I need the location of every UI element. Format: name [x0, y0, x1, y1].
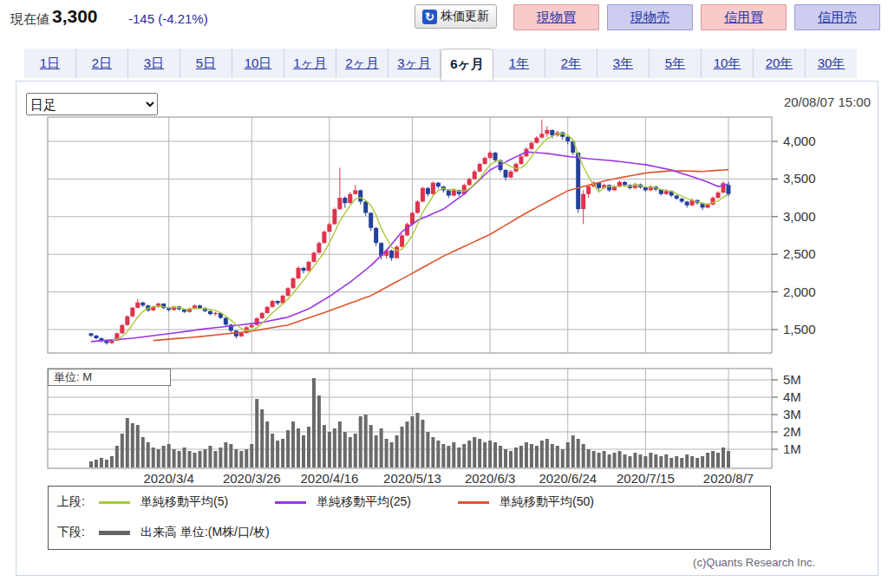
- volume-legend-item: 出来高 単位:(M株/口/枚): [140, 525, 270, 540]
- current-price: 3,300: [52, 6, 98, 27]
- spot-sell-button[interactable]: 現物売: [607, 4, 693, 30]
- ma5-swatch: [99, 501, 130, 504]
- ma5-legend-item: 単純移動平均(5): [140, 494, 228, 510]
- period-tabstrip: 1日2日3日5日10日1ヶ月2ヶ月3ヶ月6ヶ月1年2年3年5年10年20年30年: [24, 49, 857, 78]
- spot-sell-button-label: 現物売: [630, 10, 669, 26]
- refresh-icon: ↻: [422, 10, 437, 24]
- legend-lower-label: 下段:: [57, 525, 92, 540]
- tab-3日[interactable]: 3日: [128, 49, 180, 78]
- price-change: -145 (-4.21%): [128, 11, 208, 26]
- spot-buy-button-label: 現物買: [537, 10, 576, 26]
- tab-2ヶ月[interactable]: 2ヶ月: [336, 49, 388, 78]
- tab-30年[interactable]: 30年: [806, 49, 857, 78]
- tab-1日[interactable]: 1日: [24, 49, 76, 78]
- tab-1ヶ月[interactable]: 1ヶ月: [284, 49, 336, 78]
- chart-type-select[interactable]: 日足: [26, 93, 158, 115]
- ma50-swatch: [458, 501, 489, 504]
- tab-5日[interactable]: 5日: [180, 49, 232, 78]
- tab-2日[interactable]: 2日: [76, 49, 128, 78]
- tab-3ヶ月[interactable]: 3ヶ月: [388, 49, 441, 78]
- tab-2年[interactable]: 2年: [545, 49, 597, 78]
- volume-unit-label: 単位: M: [48, 369, 171, 386]
- tab-3年[interactable]: 3年: [597, 49, 650, 78]
- current-price-label: 現在値: [10, 11, 49, 28]
- margin-sell-button[interactable]: 信用売: [794, 4, 880, 30]
- refresh-price-button[interactable]: ↻ 株価更新: [415, 4, 497, 29]
- tab-10日[interactable]: 10日: [232, 49, 284, 78]
- margin-sell-button-label: 信用売: [818, 10, 857, 26]
- quote-timestamp: 20/08/07 15:00: [784, 95, 871, 109]
- tab-6ヶ月[interactable]: 6ヶ月: [441, 49, 493, 82]
- ma50-legend-item: 単純移動平均(50): [500, 494, 594, 510]
- ma25-swatch: [275, 501, 306, 504]
- tab-20年[interactable]: 20年: [754, 49, 806, 78]
- margin-buy-button-label: 信用買: [724, 10, 763, 26]
- ma25-legend-item: 単純移動平均(25): [317, 494, 411, 510]
- copyright-text: (c)Quants Research Inc.: [693, 556, 815, 569]
- tab-5年[interactable]: 5年: [650, 49, 702, 78]
- tab-1年[interactable]: 1年: [493, 49, 545, 78]
- volume-swatch: [99, 531, 130, 535]
- stock-chart-page: 現在値 3,300 -145 (-4.21%) ↻ 株価更新 現物買現物売信用買…: [0, 0, 888, 588]
- refresh-button-label: 株価更新: [441, 9, 489, 24]
- chart-legend: 上段: 単純移動平均(5) 単純移動平均(25) 単純移動平均(50) 下段: …: [48, 486, 771, 550]
- spot-buy-button[interactable]: 現物買: [513, 4, 599, 30]
- legend-upper-label: 上段:: [57, 494, 92, 510]
- margin-buy-button[interactable]: 信用買: [701, 4, 787, 30]
- tab-10年[interactable]: 10年: [702, 49, 754, 78]
